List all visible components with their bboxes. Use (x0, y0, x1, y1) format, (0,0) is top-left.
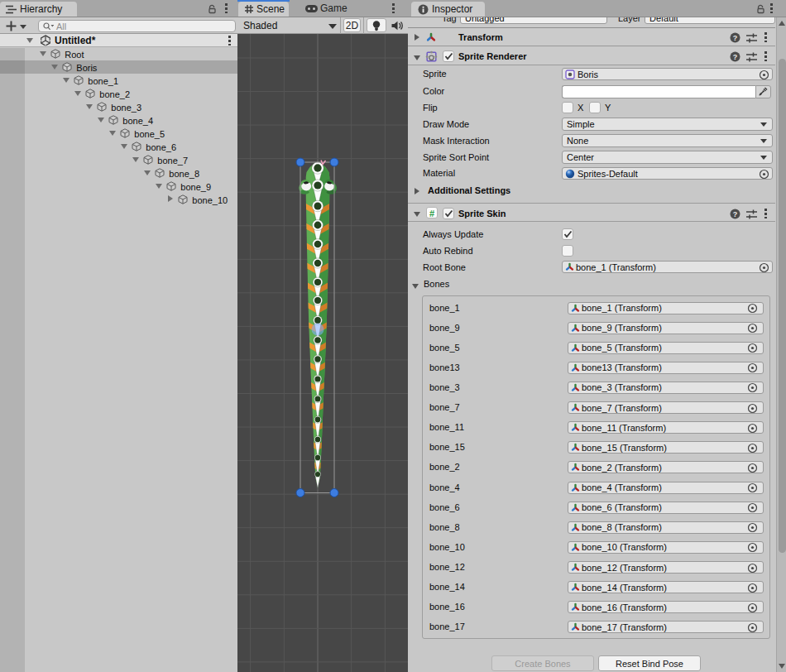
svg-text:?: ? (733, 34, 738, 42)
svg-text:?: ? (733, 53, 738, 61)
svg-text:?: ? (733, 210, 738, 218)
